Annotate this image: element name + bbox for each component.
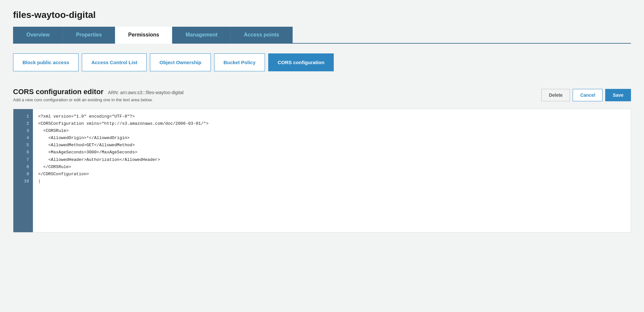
code-line-6: <MaxAgeSeconds>3000</MaxAgeSeconds> xyxy=(38,150,137,155)
tab-properties[interactable]: Properties xyxy=(63,27,115,43)
line-number-9: 9 xyxy=(13,171,33,178)
tab-access-points[interactable]: Access points xyxy=(231,27,292,43)
tab-management[interactable]: Management xyxy=(172,27,231,43)
code-line-9: </CORSConfiguration> xyxy=(38,172,89,177)
line-number-8: 8 xyxy=(13,163,33,171)
line-number-7: 7 xyxy=(13,156,33,163)
line-number-2: 2 xyxy=(13,120,33,127)
code-line-3: <CORSRule> xyxy=(38,128,69,133)
line-number-3: 3 xyxy=(13,127,33,135)
code-line-10 xyxy=(38,179,41,184)
sub-nav: Block public access Access Control List … xyxy=(13,53,631,71)
code-content[interactable]: <?xml version="1.0" encoding="UTF-8"?> <… xyxy=(33,109,631,232)
line-number-10: 10 xyxy=(13,178,33,185)
delete-button[interactable]: Delete xyxy=(541,89,570,101)
code-line-1: <?xml version="1.0" encoding="UTF-8"?> xyxy=(38,114,135,119)
tab-permissions[interactable]: Permissions xyxy=(115,27,172,44)
arn-label: ARN: xyxy=(108,90,119,95)
code-editor: 12345678910 <?xml version="1.0" encoding… xyxy=(13,109,631,233)
save-button[interactable]: Save xyxy=(605,89,631,101)
code-line-4: <AllowedOrigin>*</AllowedOrigin> xyxy=(38,135,130,140)
code-line-5: <AllowedMethod>GET</AllowedMethod> xyxy=(38,143,135,148)
line-number-1: 1 xyxy=(13,113,33,120)
editor-subtitle: Add a new cors configuration or edit an … xyxy=(13,97,183,102)
cancel-button[interactable]: Cancel xyxy=(573,89,603,101)
code-line-2: <CORSConfiguration xmlns="http://s3.amaz… xyxy=(38,121,209,126)
code-line-7: <AllowedHeader>Authorization</AllowedHea… xyxy=(38,157,160,162)
line-numbers: 12345678910 xyxy=(13,109,33,232)
line-number-4: 4 xyxy=(13,135,33,142)
line-number-6: 6 xyxy=(13,149,33,156)
editor-title-block: CORS configuration editor ARN: arn:aws:s… xyxy=(13,88,183,102)
line-number-5: 5 xyxy=(13,142,33,149)
bucket-title: files-waytoo-digital xyxy=(13,10,631,20)
editor-title-row: CORS configuration editor ARN: arn:aws:s… xyxy=(13,88,183,96)
btn-block-public-access[interactable]: Block public access xyxy=(13,53,79,71)
btn-access-control-list[interactable]: Access Control List xyxy=(82,53,147,71)
arn-value: arn:aws:s3:::files-waytoo-digital xyxy=(120,90,184,95)
btn-cors-configuration[interactable]: CORS configuration xyxy=(268,53,334,71)
btn-object-ownership[interactable]: Object Ownership xyxy=(150,53,211,71)
editor-title: CORS configuration editor xyxy=(13,88,103,96)
tab-overview[interactable]: Overview xyxy=(13,27,63,43)
editor-arn: ARN: arn:aws:s3:::files-waytoo-digital xyxy=(108,90,183,95)
code-line-8: </CORSRule> xyxy=(38,164,71,169)
editor-header: CORS configuration editor ARN: arn:aws:s… xyxy=(13,81,631,106)
tabs-bar: Overview Properties Permissions Manageme… xyxy=(13,27,631,44)
editor-actions: Delete Cancel Save xyxy=(541,89,631,101)
btn-bucket-policy[interactable]: Bucket Policy xyxy=(214,53,265,71)
